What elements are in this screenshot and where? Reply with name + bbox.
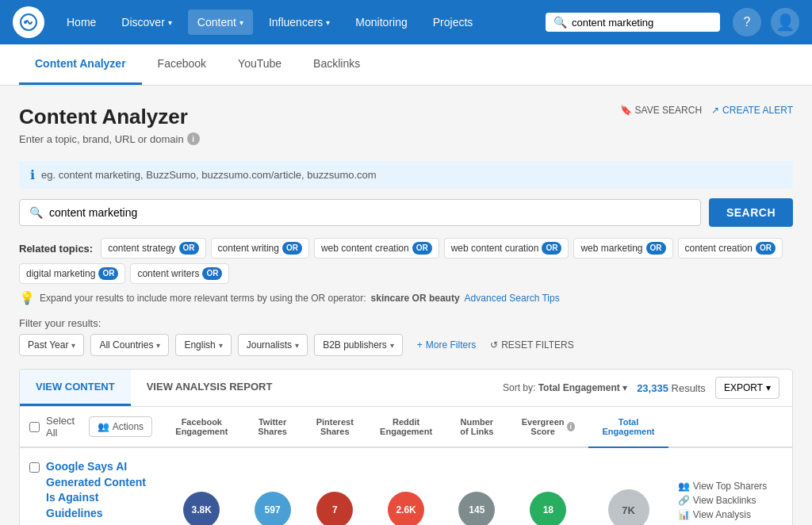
export-chevron-icon: ▾ bbox=[766, 382, 771, 393]
results-count: 23,335 Results bbox=[637, 382, 706, 394]
plus-icon: + bbox=[417, 339, 423, 351]
topic-content-writers[interactable]: content writers OR bbox=[130, 263, 229, 284]
backlinks-icon: 🔗 bbox=[678, 495, 690, 506]
sort-label: Sort by: Total Engagement ▾ bbox=[503, 382, 627, 393]
topic-content-creation[interactable]: content creation OR bbox=[678, 238, 783, 259]
navbar-search-icon: 🔍 bbox=[553, 16, 567, 29]
row-1-twitter: 597 bbox=[242, 447, 304, 525]
row-1-view-backlinks[interactable]: 🔗 View Backlinks bbox=[678, 495, 756, 506]
content-chevron-icon: ▾ bbox=[239, 18, 243, 27]
search-box: 🔍 bbox=[19, 199, 701, 226]
help-button[interactable]: ? bbox=[733, 8, 761, 36]
more-filters-button[interactable]: + More Filters bbox=[409, 335, 484, 355]
select-all-label: Select All bbox=[46, 415, 82, 439]
evergreen-info-icon[interactable]: i bbox=[567, 422, 576, 431]
nav-home[interactable]: Home bbox=[57, 10, 105, 35]
col-actions-header bbox=[668, 407, 792, 447]
table-meta: Sort by: Total Engagement ▾ 23,335 Resul… bbox=[503, 377, 792, 399]
row-1-view-top-sharers[interactable]: 👥 View Top Sharers bbox=[678, 481, 768, 492]
create-alert-button[interactable]: ↗ CREATE ALERT bbox=[711, 105, 793, 116]
filters: Past Year ▾ All Countries ▾ English ▾ Jo… bbox=[19, 334, 793, 356]
select-all-checkbox[interactable] bbox=[29, 422, 40, 432]
filters-label: Filter your results: bbox=[19, 317, 101, 329]
tip-text: Expand your results to include more rele… bbox=[40, 293, 366, 304]
navbar-search-input[interactable] bbox=[572, 17, 712, 29]
alert-icon: ↗ bbox=[711, 105, 719, 116]
topic-content-strategy[interactable]: content strategy OR bbox=[101, 238, 205, 259]
page-title: Content Analyzer bbox=[19, 105, 200, 129]
export-button[interactable]: EXPORT ▾ bbox=[715, 377, 779, 399]
logo[interactable] bbox=[13, 6, 44, 38]
row-1-links: 145 bbox=[446, 447, 508, 525]
row-1-facebook: 3.8K bbox=[162, 447, 241, 525]
tab-youtube[interactable]: YouTube bbox=[222, 44, 297, 85]
influencers-chevron-icon: ▾ bbox=[326, 18, 330, 27]
subtitle-info-icon[interactable]: i bbox=[187, 132, 200, 145]
col-evergreen-score: EvergreenScore i bbox=[508, 407, 588, 447]
table-row: Google Says AI Generated Content Is Agai… bbox=[20, 447, 792, 525]
hint-info-icon: ℹ bbox=[30, 167, 35, 182]
row-1-total-circle: 7K bbox=[608, 489, 649, 525]
nav-projects[interactable]: Projects bbox=[423, 10, 483, 35]
filter-english[interactable]: English ▾ bbox=[175, 334, 231, 356]
table-toolbar: VIEW CONTENT VIEW ANALYSIS REPORT Sort b… bbox=[20, 370, 792, 407]
english-chevron-icon: ▾ bbox=[219, 341, 223, 350]
filter-b2b-publishers[interactable]: B2B publishers ▾ bbox=[314, 334, 403, 356]
view-analysis-button[interactable]: VIEW ANALYSIS REPORT bbox=[131, 370, 289, 406]
nav-discover[interactable]: Discover ▾ bbox=[112, 10, 181, 35]
col-number-of-links: Numberof Links bbox=[446, 407, 508, 447]
actions-button[interactable]: 👥 Actions bbox=[89, 416, 152, 437]
actions-icon: 👥 bbox=[98, 421, 109, 432]
row-1-checkbox[interactable] bbox=[29, 462, 40, 473]
row-1-evergreen-circle: 18 bbox=[530, 492, 566, 525]
main-content: Content Analyzer Enter a topic, brand, U… bbox=[0, 86, 812, 525]
search-button[interactable]: SEARCH bbox=[709, 198, 793, 227]
filter-journalists[interactable]: Journalists ▾ bbox=[238, 334, 308, 356]
search-input[interactable] bbox=[49, 206, 691, 219]
filter-all-countries[interactable]: All Countries ▾ bbox=[90, 334, 169, 356]
view-content-button[interactable]: VIEW CONTENT bbox=[20, 370, 131, 406]
data-table: Select All 👥 Actions FacebookEngagement … bbox=[20, 407, 792, 525]
search-box-icon: 🔍 bbox=[29, 206, 43, 219]
nav-monitoring[interactable]: Monitoring bbox=[346, 10, 416, 35]
nav-content[interactable]: Content ▾ bbox=[188, 10, 253, 35]
tabs-bar: Content Analyzer Facebook YouTube Backli… bbox=[0, 44, 812, 86]
topic-web-content-curation[interactable]: web content curation OR bbox=[444, 238, 569, 259]
navbar-search: 🔍 bbox=[546, 13, 720, 32]
tab-facebook[interactable]: Facebook bbox=[142, 44, 222, 85]
col-reddit-engagement: RedditEngagement bbox=[366, 407, 446, 447]
svg-point-1 bbox=[24, 21, 27, 24]
row-1-pinterest: 7 bbox=[304, 447, 366, 525]
tip-row: 💡 Expand your results to include more re… bbox=[19, 290, 793, 305]
reset-icon: ↺ bbox=[490, 339, 498, 351]
hint-text: eg. content marketing, BuzzSumo, buzzsum… bbox=[41, 169, 377, 181]
topic-content-writing[interactable]: content writing OR bbox=[211, 238, 309, 259]
row-1-facebook-circle: 3.8K bbox=[183, 492, 220, 525]
related-topics-label: Related topics: bbox=[19, 243, 93, 255]
reset-filters-button[interactable]: ↺ RESET FILTERS bbox=[490, 339, 574, 351]
top-action-buttons: 🔖 SAVE SEARCH ↗ CREATE ALERT bbox=[620, 105, 793, 116]
row-1-pinterest-circle: 7 bbox=[316, 492, 353, 525]
tab-backlinks[interactable]: Backlinks bbox=[297, 44, 376, 85]
results-table-area: VIEW CONTENT VIEW ANALYSIS REPORT Sort b… bbox=[19, 369, 793, 525]
row-1-evergreen: 18 bbox=[508, 447, 588, 525]
advanced-search-tips-link[interactable]: Advanced Search Tips bbox=[465, 293, 560, 304]
user-avatar[interactable]: 👤 bbox=[771, 8, 799, 36]
row-1-title-cell: Google Says AI Generated Content Is Agai… bbox=[20, 447, 162, 525]
col-pinterest-shares: PinterestShares bbox=[304, 407, 366, 447]
row-1-view-analysis[interactable]: 📊 View Analysis bbox=[678, 509, 751, 520]
row-1-reddit: 2.6K bbox=[366, 447, 446, 525]
search-row: 🔍 SEARCH bbox=[19, 198, 793, 227]
col-total-engagement[interactable]: TotalEngagement bbox=[588, 407, 668, 447]
save-search-button[interactable]: 🔖 SAVE SEARCH bbox=[620, 105, 702, 116]
topic-web-content-creation[interactable]: web content creation OR bbox=[314, 238, 439, 259]
tab-content-analyzer[interactable]: Content Analyzer bbox=[19, 44, 142, 85]
row-1-twitter-circle: 597 bbox=[255, 492, 291, 525]
discover-chevron-icon: ▾ bbox=[168, 18, 172, 27]
topic-web-marketing[interactable]: web marketing OR bbox=[573, 238, 672, 259]
nav-influencers[interactable]: Influencers ▾ bbox=[259, 10, 339, 35]
filter-past-year[interactable]: Past Year ▾ bbox=[19, 334, 84, 356]
topic-digital-marketing[interactable]: digital marketing OR bbox=[19, 263, 125, 284]
row-1-title[interactable]: Google Says AI Generated Content Is Agai… bbox=[46, 459, 152, 521]
col-facebook-engagement: FacebookEngagement bbox=[162, 407, 241, 447]
